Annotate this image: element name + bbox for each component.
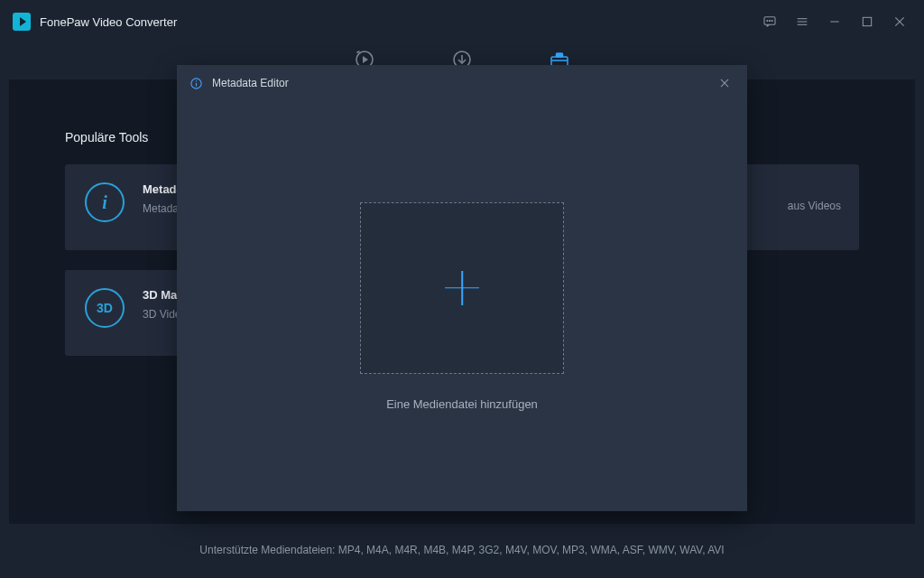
threeD-circle-icon: 3D [85,288,125,328]
feedback-button[interactable] [758,10,781,33]
app-logo [13,13,31,31]
app-title: FonePaw Video Converter [40,15,177,29]
card-desc-suffix: aus Videos [788,199,841,214]
svg-point-3 [772,20,772,21]
modal-header: Metadata Editor [177,65,747,101]
metadata-editor-modal: Metadata Editor Eine Mediendatei hinzufü… [177,65,747,511]
modal-body: Eine Mediendatei hinzufügen [177,101,747,511]
window-minimize-button[interactable] [823,10,846,33]
svg-point-1 [767,20,768,21]
modal-close-button[interactable] [715,73,735,93]
svg-rect-8 [863,17,871,25]
info-circle-icon: i [85,182,125,222]
window-maximize-button[interactable] [855,10,879,33]
svg-point-2 [769,20,770,21]
supported-formats-footer: Unterstützte Mediendateien: MP4, M4A, M4… [0,544,924,556]
add-media-dropzone[interactable] [360,202,564,374]
app-window: FonePaw Video Converter [0,0,924,578]
svg-rect-16 [557,53,563,57]
window-close-button[interactable] [888,10,911,33]
svg-marker-12 [363,56,368,63]
title-bar: FonePaw Video Converter [0,0,924,43]
info-icon [189,77,203,90]
modal-title: Metadata Editor [212,77,289,89]
menu-button[interactable] [790,10,814,33]
dropzone-caption: Eine Mediendatei hinzufügen [386,397,538,411]
plus-icon [441,267,483,309]
svg-point-20 [196,80,197,81]
